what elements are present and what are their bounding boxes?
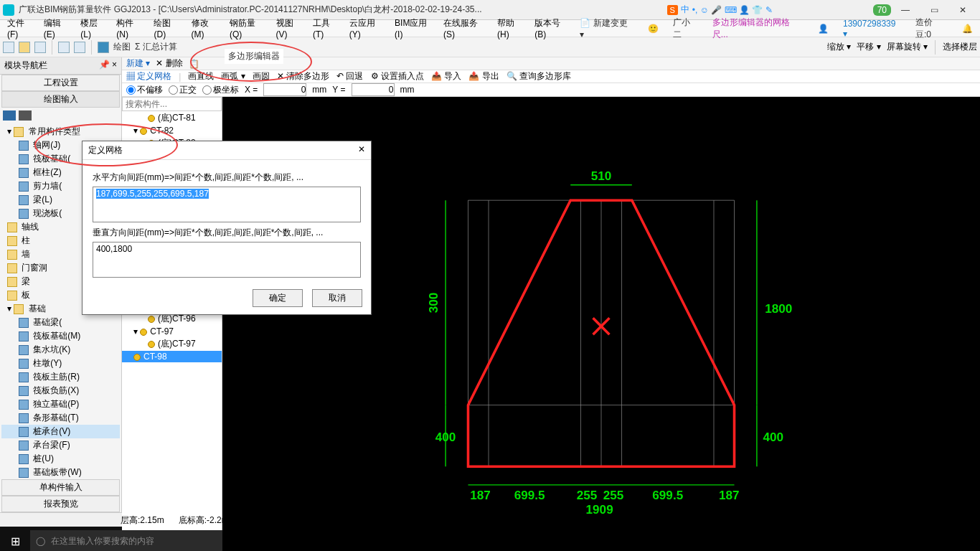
- open-file-icon[interactable]: [19, 42, 30, 53]
- menu-cloud[interactable]: 云应用(Y): [345, 17, 390, 39]
- draw-label[interactable]: 绘图: [113, 41, 131, 53]
- dialog-ok-button[interactable]: 确定: [253, 289, 303, 307]
- nav-node[interactable]: 基础梁(: [1, 316, 120, 329]
- nav-node[interactable]: 集水坑(K): [1, 343, 120, 357]
- report-preview[interactable]: 报表预览: [1, 496, 120, 512]
- radio-no-offset[interactable]: 不偏移: [126, 84, 163, 96]
- draw-circle-button[interactable]: 画圆: [253, 70, 270, 83]
- nav-node[interactable]: 筏板负筋(X): [1, 384, 120, 397]
- import-button[interactable]: 📤 导入: [431, 70, 461, 83]
- menu-modify[interactable]: 修改(M): [187, 17, 225, 39]
- menu-tools[interactable]: 工具(T): [308, 17, 345, 39]
- bell-icon[interactable]: 🔔: [958, 24, 977, 34]
- coordinate-toolbar: 不偏移 正交 极坐标 X = mm Y = mm: [122, 83, 980, 97]
- define-grid-button[interactable]: ▦ 定义网格: [126, 70, 171, 83]
- ime-s-icon[interactable]: S: [667, 5, 678, 15]
- component-node[interactable]: ▾ CT-82: [122, 125, 222, 136]
- nav-pin-close[interactable]: 📌 ×: [99, 60, 117, 72]
- nav-node[interactable]: 筏板基础(M): [1, 329, 120, 343]
- nav-tool-2[interactable]: [19, 110, 32, 121]
- component-node[interactable]: CT-98: [122, 351, 222, 362]
- set-insert-point-button[interactable]: ⚙ 设置插入点: [371, 70, 424, 83]
- horizontal-spacing-input[interactable]: 187,699.5,255,255,699.5,187: [93, 187, 361, 222]
- dialog-cancel-button[interactable]: 取消: [312, 289, 362, 307]
- search-component-input[interactable]: [122, 97, 222, 111]
- nav-node[interactable]: 柱墩(Y): [1, 357, 120, 370]
- menu-version[interactable]: 版本号(B): [530, 17, 575, 39]
- nav-node[interactable]: 独立基础(P): [1, 397, 120, 411]
- menu-floor[interactable]: 楼层(L): [76, 17, 112, 39]
- nav-node[interactable]: 承台梁(F): [1, 438, 120, 452]
- radio-ortho[interactable]: 正交: [169, 84, 197, 96]
- nav-node[interactable]: 条形基础(T): [1, 411, 120, 425]
- menu-online[interactable]: 在线服务(S): [439, 17, 493, 39]
- cost-beans[interactable]: 造价豆:0: [911, 17, 952, 41]
- undo-icon[interactable]: [58, 42, 70, 53]
- horizontal-spacing-label: 水平方向间距(mm)=>间距*个数,间距,间距*个数,间距, ...: [93, 171, 361, 184]
- new-file-icon[interactable]: [3, 42, 14, 53]
- pan-menu[interactable]: 平移 ▾: [857, 41, 880, 53]
- svg-text:255: 255: [577, 489, 598, 502]
- menu-draw[interactable]: 绘图(D): [149, 17, 187, 39]
- user-name[interactable]: 广小二: [669, 17, 702, 41]
- clear-polygon-button[interactable]: ✕ 清除多边形: [277, 70, 329, 83]
- vertical-spacing-input[interactable]: 400,1800: [93, 242, 361, 278]
- draw-input-button[interactable]: 绘图输入: [1, 91, 120, 108]
- bottom-elevation: 底标高:-2.2m: [179, 514, 229, 525]
- nav-node[interactable]: 基础板带(W): [1, 466, 120, 479]
- ime-extra-icons[interactable]: •, ☺ 🎤 ⌨ 👤 👕 ✎: [692, 5, 773, 15]
- phone-icon: 👤: [814, 24, 833, 34]
- define-grid-dialog: 定义网格 ✕ 水平方向间距(mm)=>间距*个数,间距,间距*个数,间距, ..…: [82, 141, 372, 315]
- nav-tool-1[interactable]: [3, 110, 16, 121]
- single-component-input[interactable]: 单构件输入: [1, 479, 120, 496]
- nav-node[interactable]: 桩承台(V): [1, 425, 120, 438]
- phone-number[interactable]: 13907298339 ▾: [839, 19, 905, 39]
- taskbar-search[interactable]: ◯ 在这里输入你要搜索的内容: [30, 530, 231, 551]
- y-input[interactable]: [352, 83, 395, 96]
- menu-file[interactable]: 文件(F): [3, 17, 39, 39]
- nav-node[interactable]: 桩(U): [1, 452, 120, 466]
- dialog-close-icon[interactable]: ✕: [358, 144, 365, 156]
- start-button[interactable]: ⊞: [0, 534, 30, 548]
- ime-panel: S 中 •, ☺ 🎤 ⌨ 👤 👕 ✎: [667, 4, 773, 16]
- menu-help[interactable]: 帮助(H): [493, 17, 530, 39]
- svg-text:187: 187: [470, 489, 491, 502]
- nav-node[interactable]: 筏板主筋(R): [1, 370, 120, 384]
- delete-component-button[interactable]: ✕ 删除: [156, 57, 182, 70]
- svg-text:510: 510: [591, 169, 612, 183]
- component-node[interactable]: ▾ CT-97: [122, 326, 222, 337]
- rotate-menu[interactable]: 屏幕旋转 ▾: [887, 41, 928, 53]
- svg-text:699.5: 699.5: [514, 489, 545, 502]
- menu-component[interactable]: 构件(N): [112, 17, 149, 39]
- radio-polar[interactable]: 极坐标: [202, 84, 239, 96]
- component-node[interactable]: (底)CT-81: [122, 111, 222, 125]
- draw-line-button[interactable]: 画直线: [188, 70, 214, 83]
- copy-component-button[interactable]: 📋: [189, 59, 199, 69]
- zoom-menu[interactable]: 缩放 ▾: [827, 41, 851, 53]
- svg-text:300: 300: [427, 293, 440, 314]
- draw-tool-icon[interactable]: [98, 42, 109, 53]
- select-floor[interactable]: 选择楼层: [943, 41, 977, 53]
- draw-arc-button[interactable]: 画弧 ▾: [221, 70, 245, 83]
- undo-button[interactable]: ↶ 回退: [336, 70, 363, 83]
- query-polygon-lib-button[interactable]: 🔍 查询多边形库: [507, 70, 571, 83]
- ime-zhong[interactable]: 中: [681, 4, 689, 16]
- menu-view[interactable]: 视图(V): [272, 17, 308, 39]
- menu-bim[interactable]: BIM应用(I): [390, 17, 439, 39]
- component-node[interactable]: (底)CT-97: [122, 337, 222, 351]
- new-change-button[interactable]: 📄 新建变更 ▾: [575, 17, 637, 39]
- svg-text:255: 255: [603, 489, 624, 502]
- save-file-icon[interactable]: [34, 42, 46, 53]
- floor-height: 层高:2.15m: [121, 514, 164, 525]
- nav-node[interactable]: ▾ 常用构件类型: [1, 125, 120, 138]
- menu-edit[interactable]: 编辑(E): [39, 17, 76, 39]
- x-input[interactable]: [263, 83, 306, 96]
- menu-rebar[interactable]: 钢筋量(Q): [225, 17, 272, 39]
- nav-tool-icons: [0, 108, 121, 123]
- new-component-button[interactable]: 新建 ▾: [126, 57, 150, 70]
- svg-text:1800: 1800: [765, 302, 792, 316]
- sigma-calc[interactable]: Σ 汇总计算: [135, 41, 177, 53]
- redo-icon[interactable]: [74, 42, 85, 53]
- export-button[interactable]: 📤 导出: [468, 70, 499, 83]
- project-settings-button[interactable]: 工程设置: [1, 75, 120, 91]
